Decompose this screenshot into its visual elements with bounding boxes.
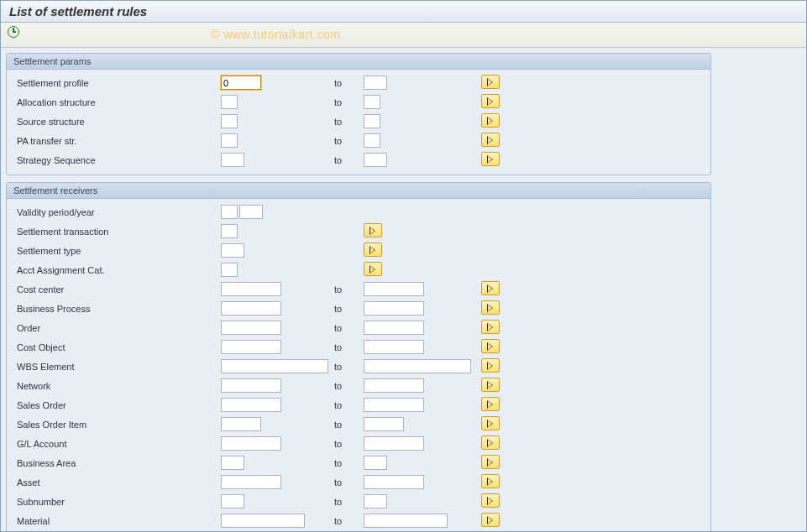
- row-network: Network to: [15, 376, 702, 395]
- row-settlement-transaction: Settlement transaction: [15, 222, 702, 241]
- row-sales-order: Sales Order to: [15, 395, 702, 415]
- label-cost-object: Cost Object: [15, 342, 212, 352]
- allocation-structure-from-input[interactable]: [221, 95, 238, 109]
- wbs-element-to-input[interactable]: [364, 359, 471, 373]
- order-from-input[interactable]: [221, 321, 281, 335]
- row-settlement-type: Settlement type: [15, 241, 702, 260]
- gl-account-to-input[interactable]: [364, 436, 424, 451]
- label-asset: Asset: [15, 477, 212, 488]
- to-label: to: [334, 400, 342, 410]
- network-from-input[interactable]: [221, 378, 281, 393]
- multi-select-button[interactable]: [481, 397, 500, 411]
- network-to-input[interactable]: [364, 378, 424, 393]
- app-toolbar: © www.tutorialkart.com: [1, 23, 806, 48]
- multi-select-button[interactable]: [481, 133, 500, 147]
- acct-assignment-cat-input[interactable]: [221, 263, 238, 277]
- group-header-settlement-receivers: Settlement receivers: [7, 183, 710, 199]
- to-label: to: [334, 381, 342, 391]
- source-structure-to-input[interactable]: [364, 114, 380, 128]
- subnumber-from-input[interactable]: [221, 494, 244, 509]
- multi-select-button[interactable]: [481, 75, 500, 89]
- label-material: Material: [15, 516, 212, 526]
- gl-account-from-input[interactable]: [221, 436, 281, 451]
- settlement-type-input[interactable]: [221, 243, 244, 258]
- multi-select-button[interactable]: [481, 281, 500, 295]
- execute-icon[interactable]: [8, 26, 19, 38]
- cost-center-from-input[interactable]: [221, 282, 281, 296]
- group-settlement-receivers: Settlement receivers Validity period/yea…: [6, 182, 711, 532]
- strategy-sequence-to-input[interactable]: [364, 153, 387, 167]
- row-gl-account: G/L Account to: [15, 434, 702, 453]
- multi-select-button[interactable]: [481, 358, 500, 373]
- business-process-to-input[interactable]: [364, 301, 424, 316]
- label-source-structure: Source structure: [15, 117, 212, 127]
- material-from-input[interactable]: [221, 514, 305, 528]
- sales-order-from-input[interactable]: [221, 398, 281, 412]
- cost-object-from-input[interactable]: [221, 340, 281, 354]
- multi-select-button[interactable]: [364, 223, 382, 237]
- validity-period-input[interactable]: [221, 205, 238, 219]
- row-strategy-sequence: Strategy Sequence to: [15, 150, 702, 170]
- row-order: Order to: [15, 318, 702, 337]
- strategy-sequence-from-input[interactable]: [221, 153, 244, 167]
- to-label: to: [334, 420, 342, 430]
- settlement-profile-from-input[interactable]: [221, 76, 261, 90]
- label-business-area: Business Area: [15, 458, 212, 468]
- label-gl-account: G/L Account: [15, 439, 212, 449]
- to-label: to: [334, 117, 342, 127]
- business-process-from-input[interactable]: [221, 301, 281, 316]
- to-label: to: [334, 155, 342, 165]
- multi-select-button[interactable]: [481, 436, 500, 450]
- row-asset: Asset to: [15, 472, 702, 492]
- subnumber-to-input[interactable]: [364, 494, 387, 509]
- asset-to-input[interactable]: [364, 475, 424, 489]
- label-settlement-type: Settlement type: [15, 246, 212, 256]
- settlement-profile-to-input[interactable]: [364, 76, 387, 90]
- sales-order-item-to-input[interactable]: [364, 417, 404, 431]
- row-validity-period-year: Validity period/year: [15, 202, 702, 222]
- multi-select-button[interactable]: [364, 243, 382, 257]
- sales-order-item-from-input[interactable]: [221, 417, 261, 431]
- multi-select-button[interactable]: [364, 262, 382, 276]
- validity-year-input[interactable]: [239, 205, 263, 219]
- pa-transfer-str-to-input[interactable]: [364, 133, 380, 148]
- multi-select-button[interactable]: [481, 320, 500, 334]
- multi-select-button[interactable]: [481, 513, 500, 527]
- multi-select-button[interactable]: [481, 493, 500, 508]
- to-label: to: [334, 323, 342, 333]
- multi-select-button[interactable]: [481, 416, 500, 430]
- to-label: to: [334, 136, 342, 146]
- multi-select-button[interactable]: [481, 152, 500, 166]
- asset-from-input[interactable]: [221, 475, 281, 489]
- multi-select-button[interactable]: [481, 339, 500, 353]
- row-pa-transfer-str: PA transfer str. to: [15, 131, 702, 150]
- settlement-transaction-input[interactable]: [221, 224, 238, 238]
- label-allocation-structure: Allocation structure: [15, 97, 212, 107]
- label-sales-order-item: Sales Order Item: [15, 420, 212, 430]
- order-to-input[interactable]: [364, 321, 424, 335]
- source-structure-from-input[interactable]: [221, 114, 238, 128]
- cost-center-to-input[interactable]: [364, 282, 424, 296]
- row-settlement-profile: Settlement profile to: [15, 73, 702, 92]
- row-sales-order-item: Sales Order Item to: [15, 415, 702, 434]
- material-to-input[interactable]: [364, 514, 448, 528]
- multi-select-button[interactable]: [481, 378, 500, 392]
- row-cost-object: Cost Object to: [15, 337, 702, 357]
- row-wbs-element: WBS Element to: [15, 357, 702, 376]
- allocation-structure-to-input[interactable]: [364, 95, 380, 109]
- sales-order-to-input[interactable]: [364, 398, 424, 412]
- cost-object-to-input[interactable]: [364, 340, 424, 354]
- wbs-element-from-input[interactable]: [221, 359, 328, 373]
- row-business-process: Business Process to: [15, 299, 702, 318]
- multi-select-button[interactable]: [481, 300, 500, 315]
- label-business-process: Business Process: [15, 304, 212, 314]
- multi-select-button[interactable]: [481, 455, 500, 469]
- multi-select-button[interactable]: [481, 94, 500, 108]
- multi-select-button[interactable]: [481, 113, 500, 128]
- label-cost-center: Cost center: [15, 284, 212, 295]
- window-title-bar: List of settlement rules: [1, 1, 806, 23]
- multi-select-button[interactable]: [481, 474, 500, 488]
- business-area-from-input[interactable]: [221, 456, 244, 470]
- pa-transfer-str-from-input[interactable]: [221, 133, 238, 148]
- business-area-to-input[interactable]: [364, 456, 387, 470]
